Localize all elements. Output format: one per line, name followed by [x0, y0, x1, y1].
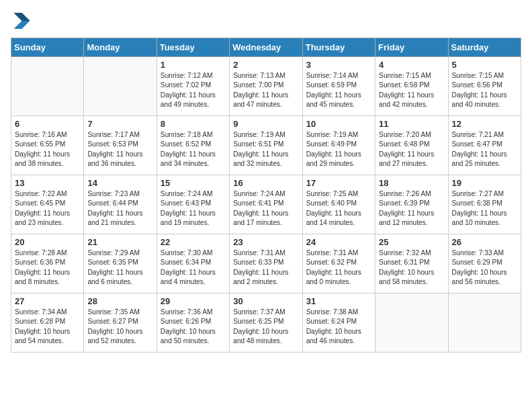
- logo: [11, 11, 34, 31]
- day-detail: Sunrise: 7:32 AMSunset: 6:31 PMDaylight:…: [379, 248, 444, 287]
- calendar-cell: 31Sunrise: 7:38 AMSunset: 6:24 PMDayligh…: [302, 293, 375, 353]
- calendar-cell: 23Sunrise: 7:31 AMSunset: 6:33 PMDayligh…: [230, 234, 302, 293]
- day-detail: Sunrise: 7:22 AMSunset: 6:45 PMDaylight:…: [15, 189, 80, 228]
- calendar-table: SundayMondayTuesdayWednesdayThursdayFrid…: [11, 38, 521, 353]
- day-detail: Sunrise: 7:35 AMSunset: 6:27 PMDaylight:…: [87, 308, 152, 346]
- logo-icon: [11, 11, 31, 31]
- day-number: 15: [161, 178, 226, 188]
- day-number: 13: [15, 178, 80, 188]
- day-number: 30: [233, 296, 298, 306]
- calendar-cell: 11Sunrise: 7:20 AMSunset: 6:48 PMDayligh…: [375, 116, 448, 175]
- calendar-cell: 13Sunrise: 7:22 AMSunset: 6:45 PMDayligh…: [11, 175, 84, 234]
- calendar-cell: 17Sunrise: 7:25 AMSunset: 6:40 PMDayligh…: [302, 175, 375, 234]
- day-detail: Sunrise: 7:15 AMSunset: 6:58 PMDaylight:…: [379, 71, 444, 109]
- day-number: 19: [452, 178, 517, 188]
- weekday-header: Monday: [84, 38, 157, 57]
- week-row: 6Sunrise: 7:16 AMSunset: 6:55 PMDaylight…: [11, 116, 521, 175]
- day-detail: Sunrise: 7:16 AMSunset: 6:55 PMDaylight:…: [15, 130, 80, 169]
- day-number: 26: [452, 237, 517, 247]
- week-row: 13Sunrise: 7:22 AMSunset: 6:45 PMDayligh…: [11, 175, 521, 234]
- calendar-cell: [448, 293, 521, 353]
- day-number: 18: [379, 178, 444, 188]
- weekday-header: Saturday: [448, 38, 521, 57]
- calendar-cell: 30Sunrise: 7:37 AMSunset: 6:25 PMDayligh…: [230, 293, 302, 353]
- calendar-cell: 22Sunrise: 7:30 AMSunset: 6:34 PMDayligh…: [157, 234, 229, 293]
- day-number: 3: [306, 60, 371, 70]
- weekday-header: Thursday: [302, 38, 375, 57]
- day-number: 7: [87, 119, 152, 129]
- day-number: 27: [15, 296, 80, 306]
- calendar-cell: [375, 293, 448, 353]
- day-detail: Sunrise: 7:34 AMSunset: 6:28 PMDaylight:…: [15, 308, 80, 346]
- day-number: 10: [306, 119, 371, 129]
- calendar-cell: 12Sunrise: 7:21 AMSunset: 6:47 PMDayligh…: [448, 116, 521, 175]
- day-detail: Sunrise: 7:27 AMSunset: 6:38 PMDaylight:…: [452, 189, 517, 228]
- day-number: 22: [161, 237, 226, 247]
- calendar-cell: 20Sunrise: 7:28 AMSunset: 6:36 PMDayligh…: [11, 234, 84, 293]
- day-detail: Sunrise: 7:18 AMSunset: 6:52 PMDaylight:…: [161, 130, 226, 169]
- day-number: 2: [233, 60, 298, 70]
- week-row: 20Sunrise: 7:28 AMSunset: 6:36 PMDayligh…: [11, 234, 521, 293]
- calendar-cell: 5Sunrise: 7:15 AMSunset: 6:56 PMDaylight…: [448, 57, 521, 116]
- calendar-cell: 26Sunrise: 7:33 AMSunset: 6:29 PMDayligh…: [448, 234, 521, 293]
- day-detail: Sunrise: 7:17 AMSunset: 6:53 PMDaylight:…: [87, 130, 152, 169]
- day-number: 29: [161, 296, 226, 306]
- day-detail: Sunrise: 7:20 AMSunset: 6:48 PMDaylight:…: [379, 130, 444, 169]
- week-row: 1Sunrise: 7:12 AMSunset: 7:02 PMDaylight…: [11, 57, 521, 116]
- week-row: 27Sunrise: 7:34 AMSunset: 6:28 PMDayligh…: [11, 293, 521, 353]
- day-detail: Sunrise: 7:25 AMSunset: 6:40 PMDaylight:…: [306, 189, 371, 228]
- day-number: 28: [87, 296, 152, 306]
- day-number: 24: [306, 237, 371, 247]
- calendar-cell: 27Sunrise: 7:34 AMSunset: 6:28 PMDayligh…: [11, 293, 84, 353]
- day-number: 31: [306, 296, 371, 306]
- day-detail: Sunrise: 7:26 AMSunset: 6:39 PMDaylight:…: [379, 189, 444, 228]
- day-number: 16: [233, 178, 298, 188]
- day-detail: Sunrise: 7:19 AMSunset: 6:51 PMDaylight:…: [233, 130, 298, 169]
- day-number: 5: [452, 60, 517, 70]
- calendar-cell: 28Sunrise: 7:35 AMSunset: 6:27 PMDayligh…: [84, 293, 157, 353]
- calendar-cell: 18Sunrise: 7:26 AMSunset: 6:39 PMDayligh…: [375, 175, 448, 234]
- day-detail: Sunrise: 7:24 AMSunset: 6:41 PMDaylight:…: [233, 189, 298, 228]
- day-detail: Sunrise: 7:31 AMSunset: 6:32 PMDaylight:…: [306, 248, 371, 287]
- calendar-cell: 29Sunrise: 7:36 AMSunset: 6:26 PMDayligh…: [157, 293, 229, 353]
- weekday-header: Tuesday: [157, 38, 229, 57]
- day-number: 23: [233, 237, 298, 247]
- calendar-cell: 24Sunrise: 7:31 AMSunset: 6:32 PMDayligh…: [302, 234, 375, 293]
- day-detail: Sunrise: 7:31 AMSunset: 6:33 PMDaylight:…: [233, 248, 298, 287]
- day-number: 8: [161, 119, 226, 129]
- weekday-header: Sunday: [11, 38, 84, 57]
- day-detail: Sunrise: 7:12 AMSunset: 7:02 PMDaylight:…: [161, 71, 226, 109]
- calendar-cell: [11, 57, 84, 116]
- day-detail: Sunrise: 7:29 AMSunset: 6:35 PMDaylight:…: [87, 248, 152, 287]
- calendar-cell: 9Sunrise: 7:19 AMSunset: 6:51 PMDaylight…: [230, 116, 302, 175]
- day-detail: Sunrise: 7:37 AMSunset: 6:25 PMDaylight:…: [233, 308, 298, 346]
- calendar-cell: 1Sunrise: 7:12 AMSunset: 7:02 PMDaylight…: [157, 57, 229, 116]
- day-number: 14: [87, 178, 152, 188]
- day-detail: Sunrise: 7:38 AMSunset: 6:24 PMDaylight:…: [306, 308, 371, 346]
- day-number: 9: [233, 119, 298, 129]
- weekday-header: Wednesday: [230, 38, 302, 57]
- calendar-cell: 8Sunrise: 7:18 AMSunset: 6:52 PMDaylight…: [157, 116, 229, 175]
- day-detail: Sunrise: 7:33 AMSunset: 6:29 PMDaylight:…: [452, 248, 517, 287]
- day-number: 21: [87, 237, 152, 247]
- calendar-cell: 19Sunrise: 7:27 AMSunset: 6:38 PMDayligh…: [448, 175, 521, 234]
- calendar-cell: 3Sunrise: 7:14 AMSunset: 6:59 PMDaylight…: [302, 57, 375, 116]
- day-number: 4: [379, 60, 444, 70]
- calendar-cell: 4Sunrise: 7:15 AMSunset: 6:58 PMDaylight…: [375, 57, 448, 116]
- day-number: 17: [306, 178, 371, 188]
- day-detail: Sunrise: 7:19 AMSunset: 6:49 PMDaylight:…: [306, 130, 371, 169]
- calendar-cell: 10Sunrise: 7:19 AMSunset: 6:49 PMDayligh…: [302, 116, 375, 175]
- day-number: 25: [379, 237, 444, 247]
- day-detail: Sunrise: 7:21 AMSunset: 6:47 PMDaylight:…: [452, 130, 517, 169]
- day-detail: Sunrise: 7:23 AMSunset: 6:44 PMDaylight:…: [87, 189, 152, 228]
- day-detail: Sunrise: 7:30 AMSunset: 6:34 PMDaylight:…: [161, 248, 226, 287]
- calendar-cell: 25Sunrise: 7:32 AMSunset: 6:31 PMDayligh…: [375, 234, 448, 293]
- calendar-cell: 15Sunrise: 7:24 AMSunset: 6:43 PMDayligh…: [157, 175, 229, 234]
- day-number: 20: [15, 237, 80, 247]
- calendar-cell: 7Sunrise: 7:17 AMSunset: 6:53 PMDaylight…: [84, 116, 157, 175]
- day-detail: Sunrise: 7:36 AMSunset: 6:26 PMDaylight:…: [161, 308, 226, 346]
- calendar-header-row: SundayMondayTuesdayWednesdayThursdayFrid…: [11, 38, 521, 57]
- day-number: 1: [161, 60, 226, 70]
- day-detail: Sunrise: 7:28 AMSunset: 6:36 PMDaylight:…: [15, 248, 80, 287]
- day-number: 12: [452, 119, 517, 129]
